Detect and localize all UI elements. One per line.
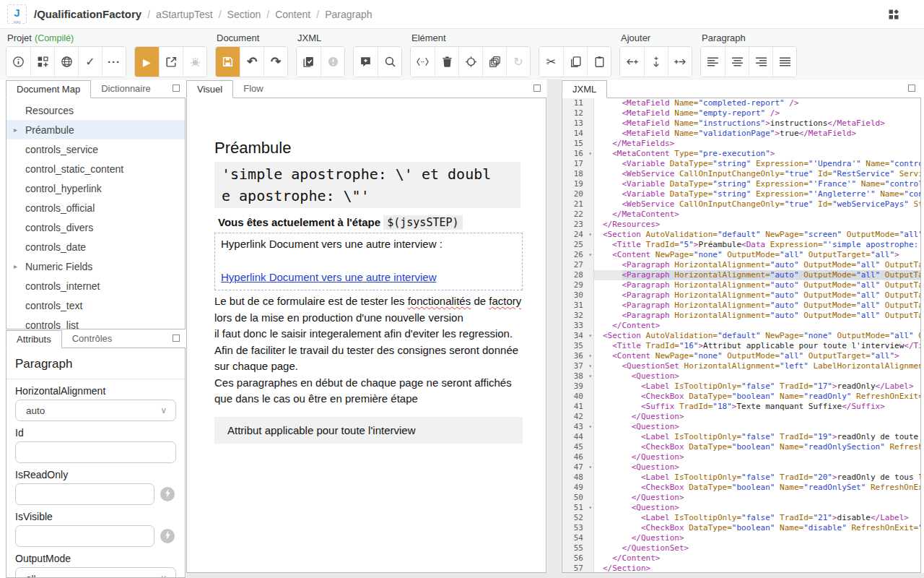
toolbar-button-more[interactable]: ···	[102, 47, 126, 77]
toolbar-button-align-justify[interactable]	[772, 47, 796, 77]
code-line: <MetaField Name="instructions">instructi…	[603, 118, 920, 129]
tree-item-controls_official[interactable]: controls_official	[6, 198, 185, 217]
fold-arrow-icon[interactable]: ▾	[588, 371, 592, 381]
toolbar-button-duplicate[interactable]	[482, 47, 506, 77]
tree-item-controls_list[interactable]: controls_list	[6, 315, 185, 329]
maximize-icon[interactable]	[173, 85, 180, 92]
fold-arrow-icon[interactable]: ▾	[588, 462, 592, 473]
tree-item-resources[interactable]: Resources	[6, 100, 185, 120]
tab-visual-visuel[interactable]: Visuel	[186, 80, 233, 98]
fold-arrow-icon[interactable]: ▾	[588, 351, 592, 361]
more-icon: ···	[108, 56, 121, 68]
horizontalalignment-select[interactable]: auto∨	[15, 400, 176, 421]
line-number: 52	[574, 513, 583, 522]
toolbar-button-insert-down[interactable]	[644, 47, 668, 77]
document-preview[interactable]: Préambule 'simple apostrophe: \' et doub…	[187, 98, 546, 572]
fold-arrow-icon[interactable]: ▾	[588, 250, 592, 260]
tab-jxml[interactable]: JXML	[562, 80, 607, 98]
outputmode-select[interactable]: all∨	[15, 567, 176, 578]
id-input[interactable]	[16, 442, 175, 462]
toolbar-button-check[interactable]: ✓	[78, 47, 102, 77]
tree-item-préambule[interactable]: ▸ Préambule	[6, 120, 185, 139]
toolbar-button-info[interactable]	[6, 47, 30, 77]
toolbar-button-insert-left[interactable]	[620, 47, 644, 77]
apps-grid-icon[interactable]	[888, 9, 899, 20]
panel-splitter[interactable]	[546, 79, 562, 573]
toolbar-button-modules-add[interactable]	[30, 47, 54, 77]
maximize-icon[interactable]	[173, 335, 180, 342]
tree-item-label: controls_text	[25, 300, 82, 311]
tree-item-control_static_content[interactable]: control_static_content	[6, 159, 185, 178]
toolbar-button-save[interactable]	[216, 47, 240, 77]
code-line: <Paragraph HorizontalAlignment="auto" Ou…	[603, 260, 920, 270]
breadcrumb-item[interactable]: aStartupTest	[156, 9, 213, 20]
code-line: <MetaField Name="completed-report" />	[603, 98, 920, 108]
tab-attr-attributs[interactable]: Attributs	[6, 330, 62, 348]
breadcrumb-item[interactable]: Content	[275, 9, 310, 20]
toolbar-button-play[interactable]: ▶	[135, 47, 159, 77]
line-number: 31	[574, 301, 583, 310]
tree-item-controls_divers[interactable]: controls_divers	[6, 217, 185, 237]
code-line: </Content>	[603, 321, 920, 331]
fold-arrow-icon[interactable]: ▾	[588, 503, 592, 513]
fold-arrow-icon[interactable]: ▾	[588, 230, 592, 240]
toolbar-button-refresh[interactable]: ↻	[506, 47, 530, 77]
tree-item-controls_date[interactable]: controls_date	[6, 237, 185, 256]
tab-left-document-map[interactable]: Document Map	[6, 80, 91, 98]
tab-visual-flow[interactable]: Flow	[233, 79, 273, 98]
line-number: 27	[574, 260, 583, 269]
app-logo[interactable]: J way	[7, 4, 27, 24]
tree-item-label: controls_divers	[25, 222, 93, 233]
toolbar-button-copy[interactable]	[563, 47, 587, 77]
maximize-icon[interactable]	[908, 85, 915, 92]
breadcrumb-item[interactable]: Section	[227, 9, 261, 20]
breadcrumb-item[interactable]: Paragraph	[325, 9, 372, 20]
hyperlink-document-link[interactable]: Hyperlink Document vers une autre interv…	[221, 271, 436, 283]
horizontal-scroll-strip[interactable]	[186, 573, 924, 578]
isreadonly-input[interactable]	[16, 484, 154, 504]
toolbar-button-badge-alert[interactable]	[321, 47, 344, 77]
toolbar-button-align-center[interactable]	[725, 47, 749, 77]
isvisible-input[interactable]	[16, 526, 154, 546]
tab-left-dictionnaire[interactable]: Dictionnaire	[91, 79, 161, 98]
toolbar-button-doc-check[interactable]	[297, 47, 321, 77]
toolbar-button-insert-right[interactable]	[668, 47, 692, 77]
toolbar-button-target[interactable]	[458, 47, 482, 77]
tab-attr-contrôles[interactable]: Contrôles	[62, 329, 123, 348]
toolbar-button-trash[interactable]	[435, 47, 458, 77]
code-area[interactable]: <MetaField Name="completed-report" /> <M…	[594, 98, 920, 572]
tree-item-controls_service[interactable]: controls_service	[6, 139, 185, 159]
toolbar-button-redo[interactable]: ↷	[263, 47, 287, 77]
code-line: </MetaContent>	[603, 210, 920, 220]
toolbar-button-add-comment[interactable]	[354, 47, 378, 77]
code-line: <MetaField Name="validationPage">true</M…	[603, 129, 920, 139]
fold-arrow-icon[interactable]: ▾	[588, 422, 592, 432]
breadcrumb-root[interactable]: /QualificationFactory	[34, 8, 141, 20]
toolbar-button-globe[interactable]	[54, 47, 78, 77]
expression-bolt-button[interactable]	[160, 529, 175, 543]
tree-item-control_hyperlink[interactable]: control_hyperlink	[6, 178, 185, 198]
toolbar-button-external[interactable]	[159, 47, 183, 77]
tree-item-label: Numeric Fields	[25, 261, 92, 272]
toolbar-button-align-right[interactable]	[749, 47, 772, 77]
toolbar-button-search[interactable]	[378, 47, 401, 77]
info-icon	[12, 56, 25, 68]
jxml-code-editor[interactable]: 111213141516▾1718192021222324▾2526▾27282…	[562, 98, 920, 572]
expression-bolt-button[interactable]	[160, 487, 175, 501]
tree-item-controls_text[interactable]: controls_text	[6, 296, 185, 315]
maximize-icon[interactable]	[533, 85, 541, 92]
toolbar-button-bug[interactable]	[183, 47, 206, 77]
breadcrumb-separator: /	[316, 9, 319, 20]
visual-panel: VisuelFlow Préambule 'simple apostrophe:…	[186, 79, 546, 573]
fold-arrow-icon[interactable]: ▾	[588, 361, 592, 371]
tree-item-controls_internet[interactable]: controls_internet	[6, 276, 185, 296]
toolbar-button-code[interactable]	[411, 47, 435, 77]
fold-arrow-icon[interactable]: ▾	[588, 149, 592, 159]
line-number: 50	[574, 493, 583, 502]
fold-arrow-icon[interactable]: ▾	[588, 331, 592, 341]
toolbar-button-undo[interactable]: ↶	[240, 47, 263, 77]
toolbar-button-cut[interactable]: ✂	[539, 47, 563, 77]
toolbar-button-align-left[interactable]	[701, 47, 725, 77]
tree-item-numeric-fields[interactable]: ▸ Numeric Fields	[6, 256, 185, 276]
toolbar-button-paste[interactable]	[587, 47, 611, 77]
